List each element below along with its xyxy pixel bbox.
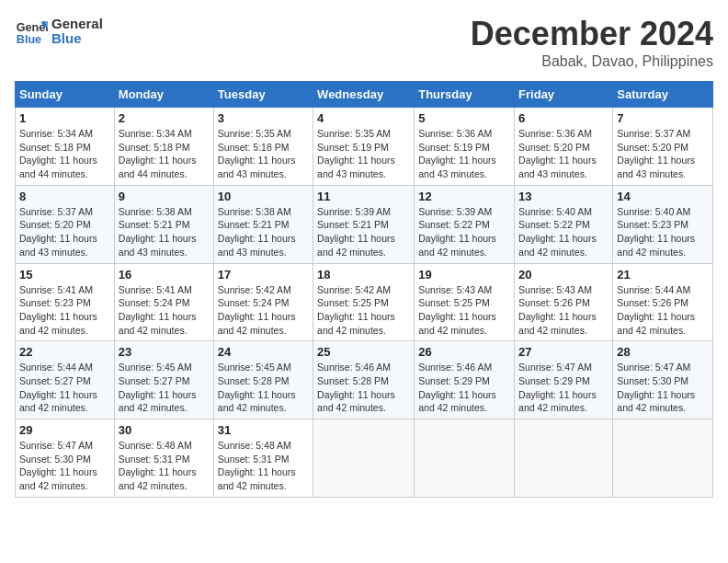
table-row: 21Sunrise: 5:44 AM Sunset: 5:26 PM Dayli… [613, 263, 713, 341]
day-number: 21 [617, 268, 709, 282]
table-row: 16Sunrise: 5:41 AM Sunset: 5:24 PM Dayli… [114, 263, 213, 341]
day-info: Sunrise: 5:35 AM Sunset: 5:18 PM Dayligh… [218, 127, 309, 181]
day-info: Sunrise: 5:38 AM Sunset: 5:21 PM Dayligh… [218, 205, 309, 259]
logo: General Blue General Blue [15, 15, 103, 48]
table-row: 7Sunrise: 5:37 AM Sunset: 5:20 PM Daylig… [613, 108, 713, 186]
day-number: 7 [617, 111, 709, 125]
day-info: Sunrise: 5:47 AM Sunset: 5:30 PM Dayligh… [19, 439, 110, 493]
table-row: 5Sunrise: 5:36 AM Sunset: 5:19 PM Daylig… [415, 108, 515, 186]
day-number: 6 [518, 111, 609, 125]
day-number: 17 [218, 268, 309, 282]
table-row: 14Sunrise: 5:40 AM Sunset: 5:23 PM Dayli… [613, 185, 713, 263]
day-info: Sunrise: 5:37 AM Sunset: 5:20 PM Dayligh… [617, 127, 709, 181]
calendar-week-1: 8Sunrise: 5:37 AM Sunset: 5:20 PM Daylig… [16, 185, 713, 263]
day-info: Sunrise: 5:45 AM Sunset: 5:28 PM Dayligh… [218, 361, 309, 415]
col-sunday: Sunday [16, 82, 115, 108]
day-number: 10 [218, 190, 309, 203]
logo-general: General [51, 17, 103, 32]
table-row [515, 419, 613, 498]
month-title: December 2024 [471, 15, 713, 53]
table-row [415, 419, 515, 498]
table-row [313, 419, 415, 498]
logo-blue: Blue [51, 31, 103, 47]
day-info: Sunrise: 5:43 AM Sunset: 5:26 PM Dayligh… [518, 283, 609, 338]
table-row: 9Sunrise: 5:38 AM Sunset: 5:21 PM Daylig… [114, 185, 213, 263]
col-wednesday: Wednesday [313, 82, 415, 108]
table-row: 17Sunrise: 5:42 AM Sunset: 5:24 PM Dayli… [213, 263, 313, 341]
day-info: Sunrise: 5:48 AM Sunset: 5:31 PM Dayligh… [119, 439, 210, 493]
day-number: 9 [119, 190, 210, 203]
day-number: 22 [19, 345, 110, 359]
col-friday: Friday [515, 82, 613, 108]
day-info: Sunrise: 5:41 AM Sunset: 5:24 PM Dayligh… [119, 283, 210, 338]
day-number: 14 [617, 190, 709, 203]
table-row: 23Sunrise: 5:45 AM Sunset: 5:27 PM Dayli… [114, 341, 213, 419]
table-row: 30Sunrise: 5:48 AM Sunset: 5:31 PM Dayli… [114, 419, 213, 498]
col-thursday: Thursday [415, 82, 515, 108]
day-number: 16 [119, 268, 210, 282]
day-info: Sunrise: 5:35 AM Sunset: 5:19 PM Dayligh… [317, 127, 410, 181]
table-row: 22Sunrise: 5:44 AM Sunset: 5:27 PM Dayli… [16, 341, 115, 419]
day-info: Sunrise: 5:34 AM Sunset: 5:18 PM Dayligh… [119, 127, 210, 181]
day-number: 27 [518, 345, 609, 359]
day-number: 24 [218, 345, 309, 359]
day-info: Sunrise: 5:40 AM Sunset: 5:23 PM Dayligh… [617, 205, 709, 259]
table-row: 10Sunrise: 5:38 AM Sunset: 5:21 PM Dayli… [213, 185, 313, 263]
day-info: Sunrise: 5:39 AM Sunset: 5:22 PM Dayligh… [418, 205, 510, 259]
col-saturday: Saturday [613, 82, 713, 108]
table-row: 15Sunrise: 5:41 AM Sunset: 5:23 PM Dayli… [16, 263, 115, 341]
day-number: 28 [617, 345, 709, 359]
table-row: 11Sunrise: 5:39 AM Sunset: 5:21 PM Dayli… [313, 185, 415, 263]
day-number: 29 [19, 423, 110, 437]
day-number: 11 [317, 190, 410, 203]
table-row: 8Sunrise: 5:37 AM Sunset: 5:20 PM Daylig… [16, 185, 115, 263]
table-row: 1Sunrise: 5:34 AM Sunset: 5:18 PM Daylig… [16, 108, 115, 186]
day-info: Sunrise: 5:47 AM Sunset: 5:30 PM Dayligh… [617, 361, 709, 415]
table-row: 18Sunrise: 5:42 AM Sunset: 5:25 PM Dayli… [313, 263, 415, 341]
table-row: 25Sunrise: 5:46 AM Sunset: 5:28 PM Dayli… [313, 341, 415, 419]
day-number: 23 [119, 345, 210, 359]
day-number: 2 [119, 111, 210, 125]
calendar-table: Sunday Monday Tuesday Wednesday Thursday… [15, 81, 713, 498]
day-number: 13 [518, 190, 609, 203]
table-row [613, 419, 713, 498]
day-number: 4 [317, 111, 410, 125]
day-info: Sunrise: 5:47 AM Sunset: 5:29 PM Dayligh… [518, 361, 609, 415]
day-info: Sunrise: 5:48 AM Sunset: 5:31 PM Dayligh… [218, 439, 309, 493]
logo-icon: General Blue [15, 15, 48, 48]
header-row: Sunday Monday Tuesday Wednesday Thursday… [16, 82, 713, 108]
table-row: 29Sunrise: 5:47 AM Sunset: 5:30 PM Dayli… [16, 419, 115, 498]
day-number: 1 [19, 111, 110, 125]
table-row: 4Sunrise: 5:35 AM Sunset: 5:19 PM Daylig… [313, 108, 415, 186]
day-number: 20 [518, 268, 609, 282]
day-number: 3 [218, 111, 309, 125]
day-number: 19 [418, 268, 510, 282]
day-number: 30 [119, 423, 210, 437]
col-tuesday: Tuesday [213, 82, 313, 108]
table-row: 28Sunrise: 5:47 AM Sunset: 5:30 PM Dayli… [613, 341, 713, 419]
col-monday: Monday [114, 82, 213, 108]
day-info: Sunrise: 5:38 AM Sunset: 5:21 PM Dayligh… [119, 205, 210, 259]
day-number: 31 [218, 423, 309, 437]
table-row: 2Sunrise: 5:34 AM Sunset: 5:18 PM Daylig… [114, 108, 213, 186]
table-row: 13Sunrise: 5:40 AM Sunset: 5:22 PM Dayli… [515, 185, 613, 263]
day-number: 8 [19, 190, 110, 203]
calendar-week-0: 1Sunrise: 5:34 AM Sunset: 5:18 PM Daylig… [16, 108, 713, 186]
page-header: General Blue General Blue December 2024 … [15, 15, 713, 70]
calendar-week-4: 29Sunrise: 5:47 AM Sunset: 5:30 PM Dayli… [16, 419, 713, 498]
day-info: Sunrise: 5:42 AM Sunset: 5:24 PM Dayligh… [218, 283, 309, 338]
day-info: Sunrise: 5:36 AM Sunset: 5:20 PM Dayligh… [518, 127, 609, 181]
table-row: 27Sunrise: 5:47 AM Sunset: 5:29 PM Dayli… [515, 341, 613, 419]
day-info: Sunrise: 5:37 AM Sunset: 5:20 PM Dayligh… [19, 205, 110, 259]
day-number: 26 [418, 345, 510, 359]
table-row: 20Sunrise: 5:43 AM Sunset: 5:26 PM Dayli… [515, 263, 613, 341]
location-title: Babak, Davao, Philippines [471, 53, 713, 70]
day-info: Sunrise: 5:45 AM Sunset: 5:27 PM Dayligh… [119, 361, 210, 415]
day-info: Sunrise: 5:43 AM Sunset: 5:25 PM Dayligh… [418, 283, 510, 338]
table-row: 26Sunrise: 5:46 AM Sunset: 5:29 PM Dayli… [415, 341, 515, 419]
table-row: 3Sunrise: 5:35 AM Sunset: 5:18 PM Daylig… [213, 108, 313, 186]
day-number: 15 [19, 268, 110, 282]
day-number: 18 [317, 268, 410, 282]
calendar-week-2: 15Sunrise: 5:41 AM Sunset: 5:23 PM Dayli… [16, 263, 713, 341]
day-info: Sunrise: 5:41 AM Sunset: 5:23 PM Dayligh… [19, 283, 110, 338]
